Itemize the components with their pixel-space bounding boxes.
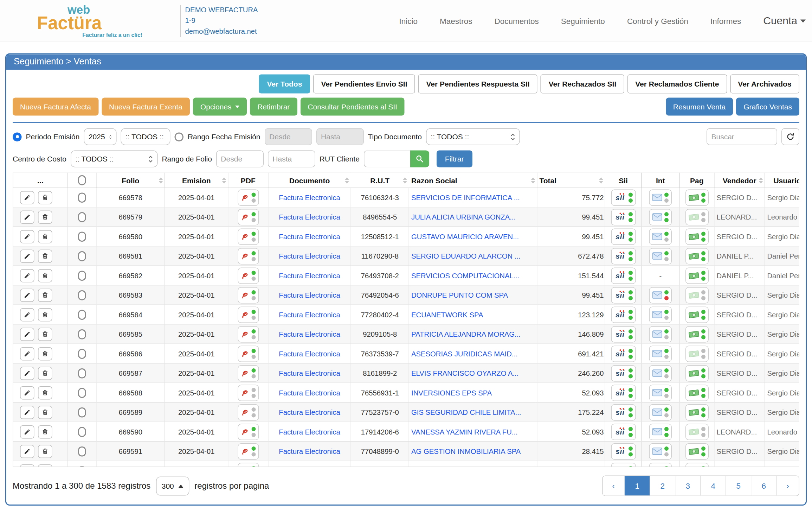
documento-link[interactable]: Factura Electronica [279, 252, 340, 260]
sii-button[interactable]: sii [611, 345, 636, 362]
row-checkbox[interactable] [78, 368, 86, 378]
pag-button[interactable] [685, 267, 708, 284]
razon-social-link[interactable]: AG GESTION INMOBILIARIA SPA [411, 447, 521, 455]
documento-link[interactable]: Factura Electronica [279, 447, 340, 455]
retimbrar-button[interactable]: Retimbrar [250, 98, 297, 116]
delete-button[interactable] [38, 328, 52, 341]
sii-button[interactable]: sii [611, 228, 636, 245]
nav-control-gestion[interactable]: Control y Gestión [627, 17, 688, 26]
tab-ver-rechazados-sii[interactable]: Ver Rechazados SII [541, 75, 624, 94]
pag-button[interactable] [685, 443, 708, 459]
pdf-button[interactable] [238, 189, 259, 206]
int-button[interactable] [649, 345, 672, 362]
rango-fecha-radio[interactable] [174, 132, 183, 141]
edit-button[interactable] [20, 367, 34, 380]
folio-hasta-input[interactable] [268, 151, 315, 167]
razon-social-link[interactable]: ECUANETWORK SPA [411, 311, 483, 319]
documento-link[interactable]: Factura Electronica [279, 369, 340, 377]
pag-button[interactable] [685, 287, 708, 303]
sii-button[interactable]: sii [611, 306, 636, 323]
documento-link[interactable]: Factura Electronica [279, 350, 340, 358]
pdf-button[interactable] [238, 287, 259, 303]
logo[interactable]: web Factüra Facturar feliz a un clic! [37, 4, 142, 38]
edit-button[interactable] [20, 347, 34, 360]
edit-button[interactable] [20, 308, 34, 321]
razon-social-link[interactable]: INVERSIONES EPS SPA [411, 389, 492, 397]
tab-ver-pendientes-envio-sii[interactable]: Ver Pendientes Envio SII [313, 75, 415, 94]
page-button-4[interactable]: 4 [701, 476, 726, 496]
sii-button[interactable]: sii [611, 189, 636, 206]
pdf-button[interactable] [238, 267, 259, 284]
documento-link[interactable]: Factura Electronica [279, 311, 340, 319]
next-page-button[interactable]: › [777, 476, 799, 496]
razon-social-link[interactable]: ASESORIAS JURIDICAS MAID... [411, 350, 518, 358]
documento-link[interactable]: Factura Electronica [279, 408, 340, 416]
header-emision[interactable]: Emision [165, 173, 228, 188]
pdf-button[interactable] [238, 443, 259, 459]
row-checkbox[interactable] [78, 310, 86, 320]
documento-link[interactable]: Factura Electronica [279, 389, 340, 397]
nav-maestros[interactable]: Maestros [440, 17, 472, 26]
nav-inicio[interactable]: Inicio [399, 17, 418, 26]
delete-button[interactable] [38, 347, 52, 360]
page-button-5[interactable]: 5 [726, 476, 752, 496]
razon-social-link[interactable]: SERGIO EDUARDO ALARCON ... [411, 252, 521, 260]
folio-desde-input[interactable] [216, 151, 264, 167]
per-page-select[interactable]: 300 [156, 476, 189, 495]
documento-link[interactable]: Factura Electronica [279, 291, 340, 299]
filtrar-button[interactable]: Filtrar [437, 151, 472, 167]
row-checkbox[interactable] [78, 232, 86, 242]
edit-button[interactable] [20, 210, 34, 224]
sii-button[interactable]: sii [611, 443, 636, 459]
delete-button[interactable] [38, 308, 52, 321]
sii-button[interactable]: sii [611, 365, 636, 381]
header-vendedor[interactable]: Vendedor [714, 173, 765, 188]
pag-button[interactable] [685, 306, 708, 323]
int-button[interactable] [649, 248, 672, 264]
row-checkbox[interactable] [78, 329, 86, 339]
nav-documentos[interactable]: Documentos [494, 17, 539, 26]
documento-link[interactable]: Factura Electronica [279, 213, 340, 221]
razon-social-link[interactable]: GUSTAVO MAURICIO ARAVEN... [411, 233, 519, 241]
periodo-emision-radio[interactable] [13, 132, 22, 141]
pag-button[interactable] [685, 248, 708, 264]
int-button[interactable] [649, 385, 672, 401]
pdf-button[interactable] [238, 228, 259, 245]
edit-button[interactable] [20, 328, 34, 341]
nueva-factura-exenta-button[interactable]: Nueva Factura Exenta [102, 98, 190, 116]
int-button[interactable] [649, 287, 672, 303]
sii-button[interactable]: sii [611, 424, 636, 440]
buscar-input[interactable] [707, 128, 777, 145]
int-button[interactable] [649, 365, 672, 381]
pag-button[interactable] [685, 404, 708, 420]
grafico-ventas-button[interactable]: Grafico Ventas [736, 98, 799, 116]
documento-link[interactable]: Factura Electronica [279, 233, 340, 241]
edit-button[interactable] [20, 288, 34, 302]
delete-button[interactable] [38, 191, 52, 204]
delete-button[interactable] [38, 425, 52, 438]
consultar-pendientes-button[interactable]: Consultar Pendientes al SII [300, 98, 404, 116]
row-checkbox[interactable] [78, 192, 86, 203]
edit-button[interactable] [20, 249, 34, 263]
int-button[interactable] [649, 424, 672, 440]
razon-social-link[interactable]: SERVICIOS DE INFORMATICA ... [411, 194, 520, 202]
page-button-2[interactable]: 2 [650, 476, 676, 496]
header-razon-social[interactable]: Razon Social [409, 173, 537, 188]
edit-button[interactable] [20, 230, 34, 243]
tipo-documento-select[interactable]: :: TODOS :: [426, 128, 520, 145]
sii-button[interactable]: sii [611, 267, 636, 284]
row-checkbox[interactable] [78, 407, 86, 417]
razon-social-link[interactable]: ELVIS FRANCISCO OYARZO A... [411, 369, 518, 377]
pag-button[interactable] [685, 365, 708, 381]
row-checkbox[interactable] [78, 212, 86, 222]
rut-search-button[interactable] [410, 151, 429, 167]
pdf-button[interactable] [238, 365, 259, 381]
sii-button[interactable]: sii [611, 248, 636, 264]
razon-social-link[interactable]: SERVICIOS COMPUTACIONAL... [411, 272, 520, 280]
page-button-6[interactable]: 6 [752, 476, 777, 496]
tab-ver-pendientes-respuesta-sii[interactable]: Ver Pendientes Respuesta SII [418, 75, 537, 94]
rut-cliente-input[interactable] [364, 151, 410, 167]
centro-costo-select[interactable]: :: TODOS :: [71, 151, 158, 167]
razon-social-link[interactable]: DONRUPE PUNTO COM SPA [411, 291, 508, 299]
int-button[interactable] [649, 189, 672, 206]
